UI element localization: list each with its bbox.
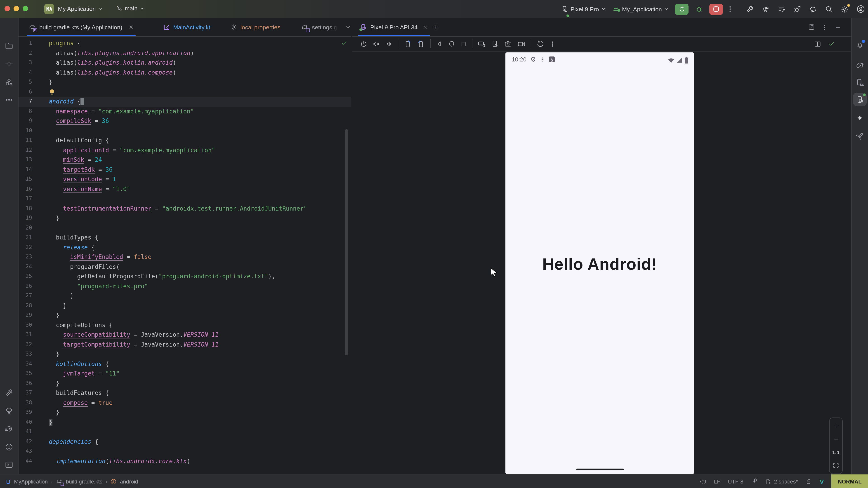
breadcrumb-project[interactable]: MyApplication — [14, 478, 48, 485]
line-number[interactable]: 22 — [19, 242, 32, 252]
line-number[interactable]: 13 — [19, 155, 32, 165]
tab-mainactivity[interactable]: MainActivity.kt — [159, 18, 215, 36]
line-number[interactable]: 12 — [19, 145, 32, 155]
code-line[interactable]: 3 alias(libs.plugins.kotlin.android) — [19, 58, 351, 68]
code-line[interactable]: 15 versionCode = 1 — [19, 174, 351, 184]
code-line[interactable]: 14 targetSdk = 36 — [19, 165, 351, 174]
line-number[interactable]: 33 — [19, 349, 32, 359]
gradle-tool-icon[interactable] — [855, 61, 864, 70]
run-configuration-selector[interactable]: My_Application — [612, 5, 669, 13]
intention-bulb-icon[interactable] — [49, 88, 55, 96]
line-number[interactable]: 27 — [19, 291, 32, 301]
code-line[interactable]: 23 isMinifyEnabled = false — [19, 252, 351, 262]
line-number[interactable]: 8 — [19, 106, 32, 116]
code-line[interactable]: 33 } — [19, 349, 351, 359]
tab-settings-gradle[interactable]: settings.g — [297, 18, 342, 36]
commit-tool-icon[interactable] — [5, 60, 13, 68]
gemini-spark-icon[interactable] — [856, 114, 864, 122]
code-line[interactable]: 26 "proguard-rules.pro" — [19, 281, 351, 291]
code-line[interactable]: 1plugins { — [19, 38, 351, 48]
code-line[interactable]: 6 — [19, 87, 351, 97]
tab-build-gradle[interactable]: build.gradle.kts (My Application) — [24, 18, 138, 36]
code-line[interactable]: 37 buildFeatures { — [19, 388, 351, 398]
sync-icon[interactable] — [809, 5, 817, 13]
code-line[interactable]: 36 } — [19, 379, 351, 388]
line-number[interactable]: 26 — [19, 281, 32, 291]
line-number[interactable]: 31 — [19, 330, 32, 339]
code-line[interactable]: 25 getDefaultProguardFile("proguard-andr… — [19, 271, 351, 281]
code-line[interactable]: 20 — [19, 223, 351, 233]
line-number[interactable]: 42 — [19, 437, 32, 447]
line-number[interactable]: 7 — [19, 97, 32, 106]
code-line[interactable]: 9 compileSdk = 36 — [19, 116, 351, 126]
line-number[interactable]: 5 — [19, 77, 32, 87]
code-line[interactable]: 32 targetCompatibility = JavaVersion.VER… — [19, 339, 351, 349]
line-number[interactable]: 16 — [19, 184, 32, 194]
line-number[interactable]: 44 — [19, 456, 32, 466]
rotate-left-icon[interactable] — [403, 39, 412, 48]
more-run-actions-icon[interactable] — [726, 5, 734, 13]
toolbar-kebab-icon[interactable] — [549, 40, 556, 47]
rotate-right-icon[interactable] — [417, 39, 426, 48]
breadcrumb-element[interactable]: android — [120, 478, 138, 485]
code-line[interactable]: 31 sourceCompatibility = JavaVersion.VER… — [19, 330, 351, 339]
profiler-icon[interactable] — [761, 5, 770, 13]
line-separator-widget[interactable]: LF — [714, 478, 720, 485]
editor-scrollbar[interactable] — [345, 129, 348, 355]
airplane-icon[interactable] — [855, 131, 864, 140]
settings-widget[interactable] — [840, 5, 849, 13]
code-line[interactable]: 24 proguardFiles( — [19, 262, 351, 271]
search-everywhere-icon[interactable] — [825, 5, 833, 13]
code-line[interactable]: 40} — [19, 417, 351, 427]
line-number[interactable]: 11 — [19, 135, 32, 145]
code-line[interactable]: 21 buildTypes { — [19, 233, 351, 242]
zoom-in-icon[interactable] — [833, 422, 839, 429]
volume-up-icon[interactable] — [373, 40, 380, 48]
line-number[interactable]: 28 — [19, 301, 32, 311]
code-line[interactable]: 30 compileOptions { — [19, 320, 351, 330]
android-home-icon[interactable] — [448, 40, 455, 47]
indent-widget[interactable]: 2 spaces* — [766, 478, 798, 485]
tool-window-options-kebab-icon[interactable] — [821, 24, 828, 31]
line-number[interactable]: 4 — [19, 68, 32, 77]
code-line[interactable]: 35 jvmTarget = "11" — [19, 369, 351, 379]
code-line[interactable]: 22 release { — [19, 242, 351, 252]
code-line[interactable]: 41 — [19, 427, 351, 437]
line-number[interactable]: 1 — [19, 38, 32, 48]
device-selector[interactable]: Pixel 9 Pro — [561, 5, 606, 13]
project-widget[interactable]: My Application — [58, 5, 103, 12]
android-overview-icon[interactable] — [460, 40, 467, 47]
gesture-pill[interactable] — [576, 468, 623, 470]
code-line[interactable]: 13 minSdk = 24 — [19, 155, 351, 165]
code-line[interactable]: 43 — [19, 447, 351, 456]
build-tool-icon[interactable] — [5, 389, 13, 397]
line-number[interactable]: 34 — [19, 359, 32, 369]
android-back-icon[interactable] — [436, 40, 443, 47]
code-line[interactable]: 39 } — [19, 408, 351, 417]
code-line[interactable]: 28 } — [19, 301, 351, 311]
zoom-out-icon[interactable] — [833, 436, 839, 443]
layout-columns-icon[interactable] — [814, 40, 822, 48]
close-tab-icon[interactable] — [128, 24, 133, 30]
code-editor[interactable]: 1plugins {2 alias(libs.plugins.android.a… — [19, 37, 351, 474]
close-tab-icon[interactable] — [423, 24, 428, 30]
more-tool-windows-icon[interactable] — [5, 96, 13, 104]
line-number[interactable]: 23 — [19, 252, 32, 262]
code-line[interactable]: 34 kotlinOptions { — [19, 359, 351, 369]
line-number[interactable]: 39 — [19, 408, 32, 417]
code-line[interactable]: 27 ) — [19, 291, 351, 301]
minimize-window-button[interactable] — [13, 6, 19, 11]
tab-list-chevron-icon[interactable] — [345, 24, 351, 30]
apply-changes-bug-icon[interactable] — [793, 5, 802, 13]
encoding-widget[interactable]: UTF-8 — [728, 478, 743, 485]
build-hammer-icon[interactable] — [745, 5, 754, 13]
caret-position-widget[interactable]: 7:9 — [699, 478, 706, 485]
zoom-window-button[interactable] — [23, 6, 28, 11]
tab-local-properties[interactable]: local.properties — [225, 18, 285, 36]
project-icon[interactable]: MA — [44, 4, 54, 14]
line-number[interactable]: 29 — [19, 311, 32, 320]
screen-record-icon[interactable] — [517, 39, 526, 48]
code-line[interactable]: 10 — [19, 126, 351, 135]
code-line[interactable]: 16 versionName = "1.0" — [19, 184, 351, 194]
volume-down-icon[interactable] — [385, 40, 393, 48]
